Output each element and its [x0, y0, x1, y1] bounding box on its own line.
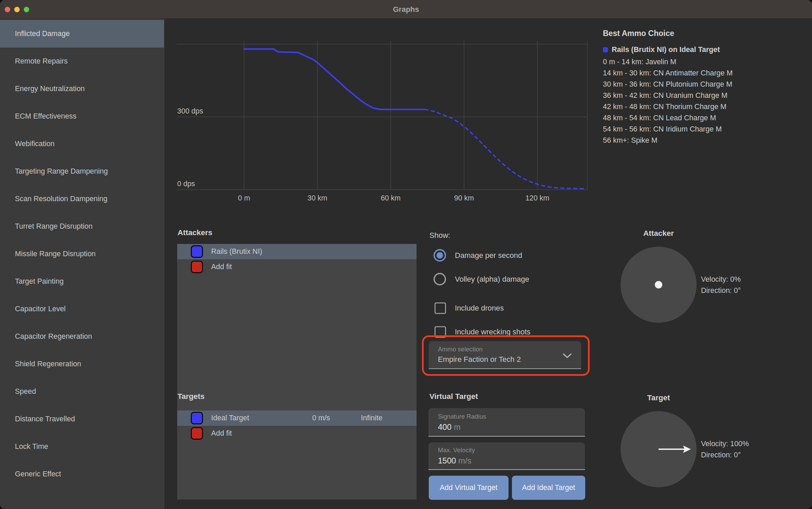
add-ideal-target-button[interactable]: Add Ideal Target	[512, 476, 585, 500]
sidebar-list: Inflicted DamageRemote RepairsEnergy Neu…	[0, 20, 164, 488]
ammo-selection-dropdown[interactable]: Ammo selection Empire Faction or Tech 2	[429, 341, 581, 369]
svg-text:90 km: 90 km	[454, 194, 474, 202]
sidebar-item[interactable]: ECM Effectiveness	[0, 103, 164, 130]
fit-row[interactable]: Rails (Brutix NI)	[177, 244, 417, 259]
titlebar: Graphs	[0, 0, 812, 19]
field-unit	[451, 422, 454, 432]
ammo-range-line: 48 km - 54 km: CN Lead Charge M	[603, 112, 803, 124]
fit-label: Rails (Brutix NI)	[211, 247, 262, 256]
radio-damage-per-second[interactable]: Damage per second	[433, 249, 522, 262]
ammo-range-line: 54 km - 56 km: CN Iridium Charge M	[603, 124, 803, 135]
add-virtual-target-button[interactable]: Add Virtual Target	[429, 476, 509, 500]
field-unit: m	[454, 422, 461, 432]
sidebar-item[interactable]: Inflicted Damage	[0, 20, 164, 48]
radio-label: Damage per second	[455, 251, 522, 260]
field-label: Signature Radius	[438, 413, 486, 420]
dropdown-label: Ammo selection	[438, 346, 483, 353]
sidebar-item[interactable]: Target Painting	[0, 268, 164, 295]
radio-icon[interactable]	[433, 273, 446, 285]
attacker-velocity-dial[interactable]	[621, 247, 697, 323]
sidebar: Inflicted DamageRemote RepairsEnergy Neu…	[0, 19, 164, 509]
attacker-velocity-info: Velocity: 0% Direction: 0°	[701, 274, 741, 296]
color-swatch-icon[interactable]	[191, 261, 203, 273]
svg-text:300 dps: 300 dps	[177, 107, 203, 115]
checkbox-icon[interactable]	[435, 326, 446, 338]
sidebar-item[interactable]: Speed	[0, 378, 164, 405]
best-ammo-title: Best Ammo Choice	[603, 29, 803, 38]
field-value: 400 m	[438, 422, 461, 432]
target-direction-value: Direction: 0°	[701, 450, 749, 461]
velocity-arrow-icon	[621, 411, 697, 487]
sidebar-item[interactable]: Energy Neutralization	[0, 75, 164, 103]
sidebar-item[interactable]: Capacitor Level	[0, 295, 164, 323]
svg-text:120 km: 120 km	[525, 194, 550, 202]
fit-row[interactable]: Add fit	[177, 426, 417, 441]
ammo-range-line: 36 km - 42 km: CN Uranium Charge M	[603, 90, 803, 101]
attackers-list: Rails (Brutix NI)Add fit	[177, 244, 417, 429]
target-velocity-info: Velocity: 100% Direction: 0°	[701, 438, 749, 461]
sidebar-item[interactable]: Missile Range Disruption	[0, 240, 164, 268]
color-swatch-icon[interactable]	[191, 412, 203, 424]
sidebar-item[interactable]: Capacitor Regeneration	[0, 323, 164, 350]
sidebar-item[interactable]: Remote Repairs	[0, 48, 164, 75]
svg-text:30 km: 30 km	[308, 194, 328, 202]
sidebar-item[interactable]: Shield Regeneration	[0, 350, 164, 378]
dropdown-value: Empire Faction or Tech 2	[438, 355, 521, 364]
svg-text:0 dps: 0 dps	[177, 180, 195, 188]
attackers-header: Attackers	[178, 228, 213, 237]
target-widget-title: Target	[621, 393, 697, 402]
velocity-dot-icon	[655, 281, 662, 288]
attacker-direction-value: Direction: 0°	[701, 285, 741, 296]
show-label: Show:	[429, 231, 450, 240]
sidebar-item[interactable]: Targeting Range Dampening	[0, 158, 164, 185]
chart-gridlines	[177, 41, 587, 190]
attacker-velocity-value: Velocity: 0%	[701, 274, 741, 285]
ammo-range-line: 14 km - 30 km: CN Antimatter Charge M	[603, 68, 803, 79]
signature-radius-field[interactable]: Signature Radius 400 m	[428, 408, 585, 437]
field-number: 400	[438, 422, 451, 432]
sidebar-item[interactable]: Distance Travelled	[0, 405, 164, 433]
fit-row[interactable]: Ideal Target0 m/sInfinite	[177, 410, 417, 426]
ammo-range-line: 30 km - 36 km: CN Plutonium Charge M	[603, 79, 803, 90]
sidebar-item[interactable]: Lock Time	[0, 433, 164, 460]
checkbox-include-drones[interactable]: Include drones	[435, 302, 504, 314]
field-number: 1500	[438, 456, 456, 465]
ammo-range-line: 0 m - 14 km: Javelin M	[603, 56, 803, 68]
color-swatch-icon[interactable]	[191, 427, 203, 440]
best-ammo-lines: 0 m - 14 km: Javelin M14 km - 30 km: CN …	[603, 56, 803, 146]
best-ammo-legend: Rails (Brutix NI) on Ideal Target	[603, 46, 803, 54]
legend-label: Rails (Brutix NI) on Ideal Target	[612, 46, 720, 54]
ammo-range-line: 42 km - 48 km: CN Thorium Charge M	[603, 101, 803, 112]
fit-label: Add fit	[211, 429, 232, 438]
target-velocity-dial[interactable]	[621, 411, 697, 487]
legend-swatch-icon	[603, 47, 608, 52]
target-speed: 0 m/s	[304, 414, 338, 422]
max-velocity-field[interactable]: Max. Velocity 1500 m/s	[428, 442, 585, 470]
checkbox-label: Include wrecking shots	[455, 328, 531, 336]
fit-label: Add fit	[211, 263, 232, 271]
radio-volley-damage[interactable]: Volley (alpha) damage	[433, 273, 529, 285]
sidebar-item[interactable]: Scan Resolution Dampening	[0, 185, 164, 213]
chevron-down-icon	[563, 353, 572, 358]
ammo-range-line: 56 km+: Spike M	[603, 135, 803, 146]
color-swatch-icon[interactable]	[191, 245, 203, 258]
checkbox-include-wrecking-shots[interactable]: Include wrecking shots	[435, 326, 531, 338]
fit-row[interactable]: Add fit	[177, 259, 417, 275]
graphs-window: Graphs Inflicted DamageRemote RepairsEne…	[0, 0, 812, 509]
dps-chart: 0 dps300 dps0 m30 km60 km90 km120 km	[166, 27, 601, 211]
sidebar-item[interactable]: Generic Effect	[0, 460, 164, 488]
checkbox-label: Include drones	[455, 304, 504, 313]
svg-text:0 m: 0 m	[238, 194, 250, 202]
radio-icon[interactable]	[433, 249, 446, 262]
checkbox-icon[interactable]	[435, 302, 446, 314]
window-title: Graphs	[0, 0, 812, 19]
field-unit: m/s	[458, 456, 472, 465]
sidebar-item[interactable]: Turret Range Disruption	[0, 213, 164, 240]
virtual-target-header: Virtual Target	[429, 392, 478, 401]
svg-text:60 km: 60 km	[381, 194, 401, 202]
best-ammo-panel: Best Ammo Choice Rails (Brutix NI) on Id…	[603, 29, 803, 146]
targets-list: Ideal Target0 m/sInfiniteAdd fit	[177, 410, 417, 499]
field-value: 1500 m/s	[438, 456, 472, 466]
attacker-widget-title: Attacker	[621, 229, 697, 238]
sidebar-item[interactable]: Webification	[0, 130, 164, 158]
